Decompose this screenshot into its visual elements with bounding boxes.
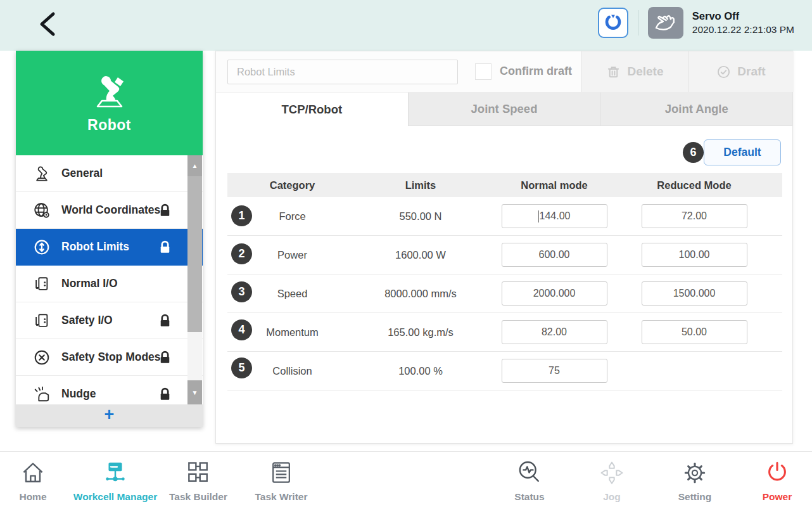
limits-gauge-icon: [32, 238, 51, 257]
tab-joint-angle[interactable]: Joint Angle: [600, 93, 792, 126]
limit-cell: 550.00 N: [357, 210, 484, 222]
nav-label: Task Builder: [169, 491, 227, 503]
sidebar-item-label: Normal I/O: [61, 277, 118, 290]
delete-button[interactable]: Delete: [581, 51, 688, 92]
column-header-reduced-mode: Reduced Mode: [625, 179, 764, 191]
scroll-down-button[interactable]: ▼: [187, 380, 202, 404]
annotation-badge-2: 2: [231, 243, 252, 264]
annotation-badge-5: 5: [231, 358, 252, 378]
power-icon: [763, 458, 791, 488]
limit-cell: 8000.000 mm/s: [357, 288, 484, 300]
nav-task-writer[interactable]: Task Writer: [227, 458, 335, 503]
sidebar-item-robot-limits[interactable]: Robot Limits: [16, 229, 203, 266]
text-caret: [538, 210, 539, 222]
annotation-badge-6: 6: [683, 142, 704, 163]
column-header-limits: Limits: [357, 179, 484, 191]
scroll-up-button[interactable]: ▲: [187, 155, 202, 176]
globe-icon: [32, 201, 51, 220]
gripper-button[interactable]: [598, 8, 628, 38]
nav-label: Task Writer: [255, 491, 308, 503]
table-header-row: Category Limits Normal mode Reduced Mode: [227, 173, 782, 197]
limits-table: Category Limits Normal mode Reduced Mode…: [227, 173, 782, 390]
sidebar-robot-header[interactable]: Robot: [16, 51, 203, 155]
draft-button[interactable]: Draft: [688, 51, 794, 92]
gear-icon: [681, 458, 709, 488]
default-button[interactable]: Default: [704, 139, 781, 165]
confirm-draft-checkbox[interactable]: [475, 63, 492, 80]
sidebar-item-world-coordinates[interactable]: World Coordinates: [16, 192, 203, 229]
workcell-sidebar: Robot General: [16, 51, 203, 427]
sidebar-item-label: Safety Stop Modes: [61, 351, 161, 364]
limits-tabs: TCP/Robot Joint Speed Joint Angle: [216, 93, 792, 126]
limit-name-input[interactable]: [227, 60, 458, 84]
workcell-tree-icon: [101, 458, 130, 488]
stop-circle-icon: [32, 348, 51, 367]
robot-arm-icon: [32, 164, 51, 183]
limit-cell: 1600.00 W: [357, 249, 484, 261]
lock-icon: [157, 349, 173, 365]
input-value: 75: [549, 365, 560, 377]
add-workcell-item-button[interactable]: +: [16, 404, 203, 427]
status-magnifier-icon: [516, 458, 543, 488]
tab-tcp-robot[interactable]: TCP/Robot: [216, 93, 408, 126]
bottom-nav: Home Workcell Manager: [0, 451, 812, 509]
limit-cell: 165.00 kg.m/s: [357, 326, 484, 338]
column-header-category: Category: [227, 179, 357, 191]
document-icon: [267, 458, 295, 488]
sidebar-menu: General World Coordinates: [16, 155, 203, 404]
lock-icon: [157, 239, 173, 255]
sidebar-item-safety-stop-modes[interactable]: Safety Stop Modes: [16, 339, 203, 376]
hand-guiding-icon: [653, 12, 678, 34]
normal-mode-input[interactable]: 2000.000: [502, 281, 607, 306]
table-row-force: Force 550.00 N 144.00 72.00: [227, 197, 782, 236]
gripper-icon: [600, 10, 626, 35]
normal-mode-input[interactable]: 75: [502, 359, 607, 383]
input-value: 82.00: [542, 326, 567, 338]
table-row-collision: Collision 100.00 % 75: [227, 352, 782, 390]
blocks-icon: [184, 458, 212, 488]
sidebar-item-general[interactable]: General: [16, 155, 203, 192]
trash-icon: [606, 65, 621, 79]
plus-icon: +: [105, 406, 115, 423]
draft-label: Draft: [737, 65, 765, 79]
column-header-normal-mode: Normal mode: [484, 179, 625, 191]
reduced-mode-input[interactable]: 100.00: [642, 243, 747, 267]
servo-status-tile[interactable]: [648, 7, 683, 39]
nav-label: Jog: [603, 491, 621, 503]
sidebar-scrollbar: ▲ ▼: [187, 155, 202, 404]
sidebar-item-label: Robot Limits: [61, 240, 129, 254]
reduced-mode-input[interactable]: 72.00: [642, 204, 747, 228]
normal-mode-input[interactable]: 600.00: [502, 243, 607, 267]
top-divider: [638, 10, 638, 35]
nav-label: Status: [514, 491, 544, 503]
delete-label: Delete: [627, 65, 663, 79]
nudge-hand-icon: [32, 385, 51, 404]
scrollbar-thumb[interactable]: [187, 176, 202, 332]
lock-icon: [157, 312, 173, 328]
table-row-momentum: Momentum 165.00 kg.m/s 82.00 50.00: [227, 313, 782, 352]
back-button[interactable]: [35, 9, 63, 39]
normal-mode-input[interactable]: 144.00: [502, 204, 607, 228]
normal-mode-input[interactable]: 82.00: [502, 320, 607, 344]
lock-icon: [157, 386, 173, 402]
input-value: 100.00: [679, 249, 710, 261]
chevron-left-icon: [35, 9, 63, 39]
input-value: 72.00: [682, 210, 707, 222]
table-row-power: Power 1600.00 W 600.00 100.00: [227, 236, 782, 274]
nav-label: Setting: [678, 491, 712, 503]
reduced-mode-input[interactable]: 1500.000: [642, 281, 747, 306]
reduced-mode-input[interactable]: 50.00: [642, 320, 747, 344]
input-value: 600.00: [539, 249, 570, 261]
table-row-speed: Speed 8000.000 mm/s 2000.000 1500.000: [227, 274, 782, 313]
sidebar-item-nudge[interactable]: Nudge: [16, 376, 203, 404]
tab-joint-speed[interactable]: Joint Speed: [408, 93, 600, 126]
sidebar-item-normal-io[interactable]: Normal I/O: [16, 266, 203, 302]
input-value: 1500.000: [673, 288, 716, 299]
nav-label: Home: [19, 491, 46, 503]
io-port-icon: [32, 311, 51, 330]
limit-cell: 100.00 %: [357, 365, 484, 377]
robot-limits-screen: Servo Off 2020.12.22 2:21:03 PM Robot: [0, 0, 812, 509]
sidebar-item-safety-io[interactable]: Safety I/O: [16, 302, 203, 339]
sidebar-item-label: Safety I/O: [61, 314, 113, 327]
nav-power[interactable]: Power: [723, 458, 812, 503]
